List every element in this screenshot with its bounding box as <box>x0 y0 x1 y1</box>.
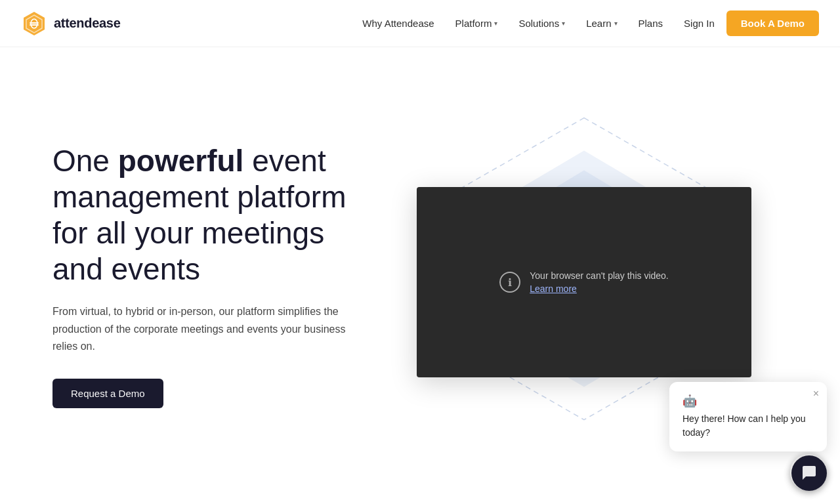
nav-links: Why Attendease Platform ▾ Solutions ▾ Le… <box>353 10 819 36</box>
hero-content: One powerful event management platform f… <box>52 143 381 409</box>
nav-learn[interactable]: Learn ▾ <box>577 12 626 34</box>
learn-chevron-icon: ▾ <box>614 20 618 27</box>
chat-bubble: × 🤖 Hey there! How can I help you today? <box>669 382 827 452</box>
nav-plans[interactable]: Plans <box>629 12 673 34</box>
logo-text: attendease <box>54 16 121 31</box>
solutions-chevron-icon: ▾ <box>562 20 565 27</box>
video-error-container: ℹ Your browser can't play this video. Le… <box>499 270 669 294</box>
chat-close-button[interactable]: × <box>813 388 819 399</box>
logo[interactable]: attendease <box>21 10 121 37</box>
video-error-icon: ℹ <box>499 272 520 293</box>
chat-message-icon <box>801 465 818 482</box>
nav-why[interactable]: Why Attendease <box>353 12 443 34</box>
video-error-text: Your browser can't play this video. Lear… <box>530 270 669 294</box>
chat-emoji: 🤖 <box>682 394 814 408</box>
hero-request-demo-button[interactable]: Request a Demo <box>52 379 163 408</box>
video-error-message: Your browser can't play this video. <box>530 270 669 281</box>
hero-subtitle: From virtual, to hybrid or in-person, ou… <box>52 303 354 355</box>
video-player: ℹ Your browser can't play this video. Le… <box>417 187 751 377</box>
nav-platform[interactable]: Platform ▾ <box>446 12 507 34</box>
video-learn-more-link[interactable]: Learn more <box>530 284 669 294</box>
chat-live-button[interactable] <box>791 455 827 491</box>
hero-title: One powerful event management platform f… <box>52 143 381 288</box>
nav-signin[interactable]: Sign In <box>675 12 724 34</box>
platform-chevron-icon: ▾ <box>494 20 497 27</box>
navbar: attendease Why Attendease Platform ▾ Sol… <box>0 0 840 47</box>
chat-bubble-text: Hey there! How can I help you today? <box>682 412 814 440</box>
logo-icon <box>21 10 47 37</box>
nav-book-demo-button[interactable]: Book A Demo <box>726 10 819 36</box>
nav-solutions[interactable]: Solutions ▾ <box>509 12 574 34</box>
